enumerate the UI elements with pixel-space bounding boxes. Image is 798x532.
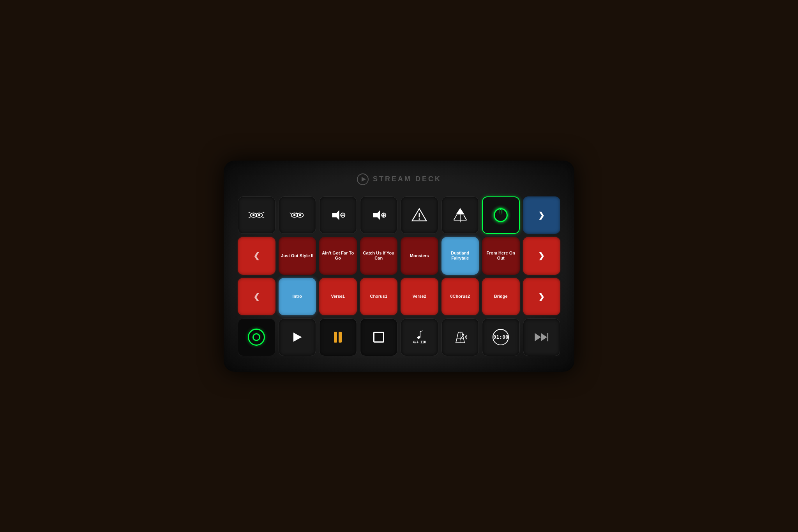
svg-point-5 (258, 214, 261, 216)
play-button[interactable] (279, 318, 316, 356)
svg-point-38 (462, 334, 464, 336)
chevron-right-icon: ❯ (538, 210, 545, 220)
power-button[interactable] (482, 196, 520, 234)
metronome-icon (453, 330, 468, 345)
verse1-label: Verse1 (331, 294, 345, 299)
monsters-label: Monsters (410, 253, 429, 258)
vol-down-button[interactable] (319, 196, 357, 234)
stop-button[interactable] (360, 318, 398, 356)
eyes1-button[interactable] (238, 196, 275, 234)
note-icon (414, 330, 425, 341)
record-button[interactable] (238, 318, 275, 356)
svg-line-9 (263, 217, 265, 218)
pause-icon (334, 332, 342, 343)
power-ring-icon (494, 208, 508, 222)
svg-line-28 (464, 215, 466, 220)
chevron-left-icon: ❮ (253, 251, 260, 260)
svg-line-14 (290, 212, 291, 214)
next-song-chevron-icon: ❯ (538, 251, 545, 260)
button-grid: ❯ ❮ Just Out Style II Ain't Got Far To G… (238, 196, 560, 356)
tempo-button[interactable]: 4/4 110 (401, 318, 438, 356)
brand-logo-icon (357, 173, 369, 186)
chorus2-label: 0Chorus2 (450, 294, 470, 299)
chorus2-button[interactable]: 0Chorus2 (441, 278, 479, 316)
next-song-button[interactable]: ❯ (523, 237, 561, 275)
verse2-label: Verse2 (413, 294, 426, 299)
next-section-icon: ❯ (538, 292, 545, 301)
bridge-button[interactable]: Bridge (482, 278, 520, 316)
just-out-button[interactable]: Just Out Style II (279, 237, 316, 275)
svg-marker-41 (541, 333, 547, 341)
catch-us-label: Catch Us If You Can (362, 251, 396, 261)
svg-line-6 (249, 212, 251, 213)
timer-button[interactable]: 01:00 (482, 318, 520, 356)
svg-line-27 (454, 215, 456, 220)
prev-section-icon: ❮ (253, 292, 260, 301)
bridge-label: Bridge (494, 294, 508, 299)
svg-line-34 (420, 331, 423, 332)
svg-marker-31 (293, 333, 302, 342)
record-outer-icon (248, 329, 265, 346)
warning-icon (411, 207, 428, 224)
timer-icon: 01:00 (493, 329, 509, 345)
timer-label: 01:00 (493, 334, 508, 340)
next-section-button[interactable]: ❯ (523, 278, 561, 316)
prev-song-button[interactable]: ❮ (238, 237, 275, 275)
svg-line-8 (263, 212, 265, 213)
svg-marker-1 (362, 177, 366, 182)
tempo-label: 4/4 110 (413, 341, 426, 345)
spotlight-button[interactable] (441, 196, 479, 234)
record-inner-icon (252, 333, 260, 341)
stop-icon (373, 332, 384, 343)
svg-point-25 (418, 218, 420, 220)
svg-marker-26 (456, 208, 464, 214)
warning-button[interactable] (401, 196, 438, 234)
vol-up-button[interactable] (360, 196, 398, 234)
chorus1-button[interactable]: Chorus1 (360, 278, 398, 316)
svg-line-37 (460, 336, 463, 340)
svg-point-13 (299, 214, 301, 216)
fast-forward-button[interactable] (523, 318, 561, 356)
next-page1-button[interactable]: ❯ (523, 196, 561, 234)
eyes2-button[interactable] (279, 196, 316, 234)
svg-point-11 (293, 214, 296, 216)
pause-button[interactable] (319, 318, 357, 356)
chorus1-label: Chorus1 (370, 294, 387, 299)
stream-deck-device: STREAM DECK (224, 161, 574, 372)
aint-got-label: Ain't Got Far To Go (321, 251, 355, 261)
verse2-button[interactable]: Verse2 (401, 278, 438, 316)
vol-up-icon (370, 207, 387, 224)
svg-marker-40 (535, 333, 541, 341)
fast-forward-icon (533, 329, 550, 345)
svg-marker-19 (373, 210, 380, 220)
just-out-label: Just Out Style II (281, 253, 313, 258)
prev-section-button[interactable]: ❮ (238, 278, 275, 316)
eyes2-icon (289, 207, 306, 224)
brand-name: STREAM DECK (373, 175, 441, 183)
metronome-button[interactable] (441, 318, 479, 356)
intro-label: Intro (293, 294, 302, 299)
monsters-button[interactable]: Monsters (401, 237, 438, 275)
vol-down-icon (329, 207, 346, 224)
aint-got-button[interactable]: Ain't Got Far To Go (319, 237, 357, 275)
dustland-label: Dustland Fairytale (443, 251, 478, 261)
dustland-button[interactable]: Dustland Fairytale (441, 237, 479, 275)
from-here-button[interactable]: From Here On Out (482, 237, 520, 275)
intro-button[interactable]: Intro (279, 278, 316, 316)
svg-line-7 (249, 217, 251, 218)
play-icon (290, 329, 305, 345)
catch-us-button[interactable]: Catch Us If You Can (360, 237, 398, 275)
svg-point-3 (252, 214, 255, 216)
svg-marker-16 (332, 210, 339, 220)
verse1-button[interactable]: Verse1 (319, 278, 357, 316)
brand-header: STREAM DECK (238, 173, 560, 186)
eyes1-icon (248, 207, 265, 224)
from-here-label: From Here On Out (484, 251, 518, 261)
spotlight-icon (452, 207, 469, 224)
